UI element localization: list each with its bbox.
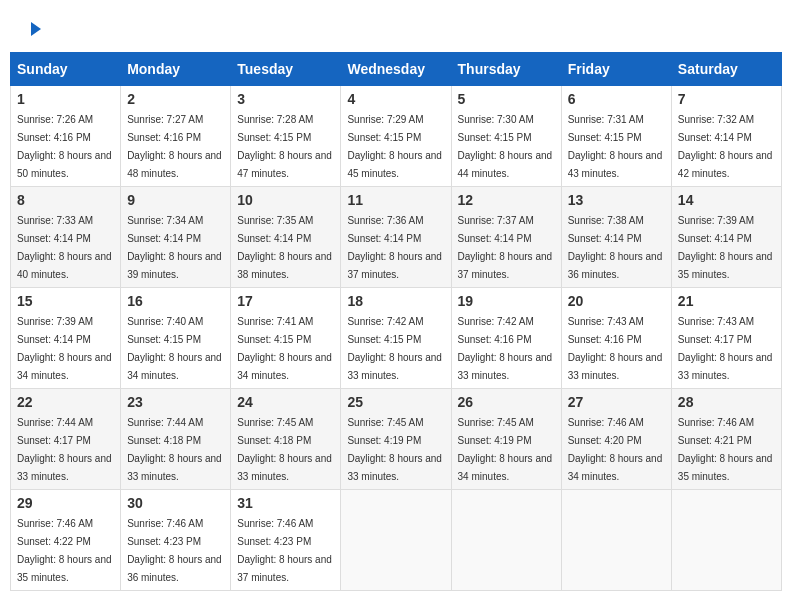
day-number: 19: [458, 293, 555, 309]
calendar-cell: 24 Sunrise: 7:45 AMSunset: 4:18 PMDaylig…: [231, 389, 341, 490]
day-number: 16: [127, 293, 224, 309]
day-number: 20: [568, 293, 665, 309]
day-info: Sunrise: 7:38 AMSunset: 4:14 PMDaylight:…: [568, 215, 663, 280]
day-header-monday: Monday: [121, 53, 231, 86]
day-header-wednesday: Wednesday: [341, 53, 451, 86]
calendar-cell: 14 Sunrise: 7:39 AMSunset: 4:14 PMDaylig…: [671, 187, 781, 288]
calendar-header-row: SundayMondayTuesdayWednesdayThursdayFrid…: [11, 53, 782, 86]
day-info: Sunrise: 7:33 AMSunset: 4:14 PMDaylight:…: [17, 215, 112, 280]
day-info: Sunrise: 7:46 AMSunset: 4:21 PMDaylight:…: [678, 417, 773, 482]
day-header-sunday: Sunday: [11, 53, 121, 86]
day-number: 8: [17, 192, 114, 208]
day-info: Sunrise: 7:45 AMSunset: 4:18 PMDaylight:…: [237, 417, 332, 482]
day-number: 6: [568, 91, 665, 107]
calendar-cell: 4 Sunrise: 7:29 AMSunset: 4:15 PMDayligh…: [341, 86, 451, 187]
calendar-cell: 12 Sunrise: 7:37 AMSunset: 4:14 PMDaylig…: [451, 187, 561, 288]
calendar-cell: 19 Sunrise: 7:42 AMSunset: 4:16 PMDaylig…: [451, 288, 561, 389]
page-header: [10, 10, 782, 47]
calendar-cell: 25 Sunrise: 7:45 AMSunset: 4:19 PMDaylig…: [341, 389, 451, 490]
calendar-week-row: 15 Sunrise: 7:39 AMSunset: 4:14 PMDaylig…: [11, 288, 782, 389]
calendar-cell: [671, 490, 781, 591]
calendar-week-row: 22 Sunrise: 7:44 AMSunset: 4:17 PMDaylig…: [11, 389, 782, 490]
calendar-cell: 15 Sunrise: 7:39 AMSunset: 4:14 PMDaylig…: [11, 288, 121, 389]
day-number: 21: [678, 293, 775, 309]
day-number: 27: [568, 394, 665, 410]
day-number: 22: [17, 394, 114, 410]
day-number: 3: [237, 91, 334, 107]
calendar-week-row: 29 Sunrise: 7:46 AMSunset: 4:22 PMDaylig…: [11, 490, 782, 591]
day-header-friday: Friday: [561, 53, 671, 86]
day-number: 11: [347, 192, 444, 208]
calendar-cell: 29 Sunrise: 7:46 AMSunset: 4:22 PMDaylig…: [11, 490, 121, 591]
day-info: Sunrise: 7:42 AMSunset: 4:15 PMDaylight:…: [347, 316, 442, 381]
day-number: 13: [568, 192, 665, 208]
day-number: 1: [17, 91, 114, 107]
calendar-cell: [451, 490, 561, 591]
day-number: 17: [237, 293, 334, 309]
day-info: Sunrise: 7:43 AMSunset: 4:17 PMDaylight:…: [678, 316, 773, 381]
day-number: 24: [237, 394, 334, 410]
calendar-cell: 30 Sunrise: 7:46 AMSunset: 4:23 PMDaylig…: [121, 490, 231, 591]
day-info: Sunrise: 7:39 AMSunset: 4:14 PMDaylight:…: [17, 316, 112, 381]
day-number: 2: [127, 91, 224, 107]
day-info: Sunrise: 7:41 AMSunset: 4:15 PMDaylight:…: [237, 316, 332, 381]
calendar-cell: 28 Sunrise: 7:46 AMSunset: 4:21 PMDaylig…: [671, 389, 781, 490]
day-info: Sunrise: 7:37 AMSunset: 4:14 PMDaylight:…: [458, 215, 553, 280]
day-number: 10: [237, 192, 334, 208]
day-info: Sunrise: 7:28 AMSunset: 4:15 PMDaylight:…: [237, 114, 332, 179]
calendar-cell: [341, 490, 451, 591]
day-info: Sunrise: 7:44 AMSunset: 4:18 PMDaylight:…: [127, 417, 222, 482]
calendar-cell: 16 Sunrise: 7:40 AMSunset: 4:15 PMDaylig…: [121, 288, 231, 389]
calendar-week-row: 1 Sunrise: 7:26 AMSunset: 4:16 PMDayligh…: [11, 86, 782, 187]
day-info: Sunrise: 7:40 AMSunset: 4:15 PMDaylight:…: [127, 316, 222, 381]
logo: [25, 20, 46, 42]
calendar-cell: 13 Sunrise: 7:38 AMSunset: 4:14 PMDaylig…: [561, 187, 671, 288]
calendar-table: SundayMondayTuesdayWednesdayThursdayFrid…: [10, 52, 782, 591]
day-header-saturday: Saturday: [671, 53, 781, 86]
day-info: Sunrise: 7:32 AMSunset: 4:14 PMDaylight:…: [678, 114, 773, 179]
day-number: 12: [458, 192, 555, 208]
calendar-cell: 2 Sunrise: 7:27 AMSunset: 4:16 PMDayligh…: [121, 86, 231, 187]
day-number: 18: [347, 293, 444, 309]
calendar-cell: 6 Sunrise: 7:31 AMSunset: 4:15 PMDayligh…: [561, 86, 671, 187]
day-info: Sunrise: 7:42 AMSunset: 4:16 PMDaylight:…: [458, 316, 553, 381]
calendar-cell: 26 Sunrise: 7:45 AMSunset: 4:19 PMDaylig…: [451, 389, 561, 490]
calendar-cell: 5 Sunrise: 7:30 AMSunset: 4:15 PMDayligh…: [451, 86, 561, 187]
calendar-cell: 8 Sunrise: 7:33 AMSunset: 4:14 PMDayligh…: [11, 187, 121, 288]
calendar-cell: 20 Sunrise: 7:43 AMSunset: 4:16 PMDaylig…: [561, 288, 671, 389]
calendar-cell: 31 Sunrise: 7:46 AMSunset: 4:23 PMDaylig…: [231, 490, 341, 591]
day-number: 28: [678, 394, 775, 410]
calendar-cell: 1 Sunrise: 7:26 AMSunset: 4:16 PMDayligh…: [11, 86, 121, 187]
day-number: 23: [127, 394, 224, 410]
day-info: Sunrise: 7:45 AMSunset: 4:19 PMDaylight:…: [347, 417, 442, 482]
day-info: Sunrise: 7:30 AMSunset: 4:15 PMDaylight:…: [458, 114, 553, 179]
day-header-thursday: Thursday: [451, 53, 561, 86]
calendar-week-row: 8 Sunrise: 7:33 AMSunset: 4:14 PMDayligh…: [11, 187, 782, 288]
calendar-cell: 17 Sunrise: 7:41 AMSunset: 4:15 PMDaylig…: [231, 288, 341, 389]
day-info: Sunrise: 7:29 AMSunset: 4:15 PMDaylight:…: [347, 114, 442, 179]
day-info: Sunrise: 7:36 AMSunset: 4:14 PMDaylight:…: [347, 215, 442, 280]
day-number: 5: [458, 91, 555, 107]
day-info: Sunrise: 7:43 AMSunset: 4:16 PMDaylight:…: [568, 316, 663, 381]
day-number: 30: [127, 495, 224, 511]
calendar-cell: 27 Sunrise: 7:46 AMSunset: 4:20 PMDaylig…: [561, 389, 671, 490]
calendar-cell: 9 Sunrise: 7:34 AMSunset: 4:14 PMDayligh…: [121, 187, 231, 288]
day-number: 4: [347, 91, 444, 107]
day-info: Sunrise: 7:46 AMSunset: 4:22 PMDaylight:…: [17, 518, 112, 583]
day-number: 29: [17, 495, 114, 511]
day-info: Sunrise: 7:31 AMSunset: 4:15 PMDaylight:…: [568, 114, 663, 179]
day-number: 25: [347, 394, 444, 410]
day-header-tuesday: Tuesday: [231, 53, 341, 86]
day-info: Sunrise: 7:34 AMSunset: 4:14 PMDaylight:…: [127, 215, 222, 280]
calendar-cell: 3 Sunrise: 7:28 AMSunset: 4:15 PMDayligh…: [231, 86, 341, 187]
day-number: 14: [678, 192, 775, 208]
logo-arrow-icon: [27, 20, 45, 42]
calendar-cell: 7 Sunrise: 7:32 AMSunset: 4:14 PMDayligh…: [671, 86, 781, 187]
day-number: 7: [678, 91, 775, 107]
day-info: Sunrise: 7:44 AMSunset: 4:17 PMDaylight:…: [17, 417, 112, 482]
day-info: Sunrise: 7:45 AMSunset: 4:19 PMDaylight:…: [458, 417, 553, 482]
day-info: Sunrise: 7:46 AMSunset: 4:23 PMDaylight:…: [127, 518, 222, 583]
day-info: Sunrise: 7:46 AMSunset: 4:20 PMDaylight:…: [568, 417, 663, 482]
calendar-cell: 11 Sunrise: 7:36 AMSunset: 4:14 PMDaylig…: [341, 187, 451, 288]
day-info: Sunrise: 7:26 AMSunset: 4:16 PMDaylight:…: [17, 114, 112, 179]
